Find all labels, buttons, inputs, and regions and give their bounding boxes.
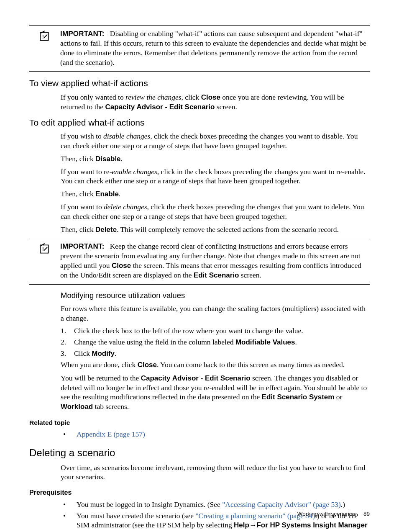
section-deleting-title: Deleting a scenario [29,446,370,459]
disable-phrase: disable changes [103,132,150,140]
footer-text: Working with scenarios [297,511,356,517]
enable-label: Enable [95,190,119,198]
step-text: Click the check box to the left of the r… [74,326,303,336]
text: .) [341,500,345,509]
text: Change the value using the field in the … [74,338,235,346]
edit-p1: If you wish to disable changes, click th… [61,131,370,151]
important-label: IMPORTANT: [60,242,105,250]
svg-text:!: ! [42,247,44,252]
modify-steps: 1.Click the check box to the left of the… [61,326,370,358]
page-number: 89 [363,511,370,517]
delete-label: Delete [95,226,117,234]
edit-scenario-system-label: Edit Scenario System [262,393,335,401]
list-item: •Appendix E (page 157) [61,429,370,439]
capacity-advisor-label: Capacity Advisor - Edit Scenario [141,374,251,382]
step-number: 2. [61,337,74,347]
section-edit-title: To edit applied what-if actions [29,117,370,128]
enable-phrase: enable changes [112,167,157,176]
close-label: Close [201,93,220,101]
step-number: 3. [61,349,74,358]
text: Then, click [61,190,95,198]
close-label: Close [112,262,131,270]
edit-p2: If you want to re-enable changes, click … [61,167,370,186]
important-note-2: ! IMPORTANT: Keep the change record clea… [29,238,370,285]
text: or [334,393,342,401]
list-item: 1.Click the check box to the left of the… [61,326,370,336]
text: You will be returned to the [61,374,141,382]
delete-phrase: delete changes [104,203,147,211]
subsection-modify-title: Modifying resource utilization values [61,290,370,301]
list-item: 3.Click Modify. [61,349,370,358]
disable-label: Disable [95,155,120,163]
text: tab screens. [93,402,129,411]
important-body: Disabling or enabling "what-if" actions … [60,29,366,67]
note-text: IMPORTANT: Keep the change record clear … [60,242,370,280]
modify-intro: For rows where this feature is available… [61,304,370,323]
bullet-icon: • [61,500,77,509]
important-label: IMPORTANT: [60,30,105,38]
text: screen. [215,103,237,111]
page-footer: Working with scenarios 89 [297,510,370,518]
svg-text:!: ! [42,34,44,40]
note-text: IMPORTANT: Disabling or enabling "what-i… [60,29,370,67]
text: If you want to re- [61,167,112,176]
modify-return: You will be returned to the Capacity Adv… [61,373,370,412]
text: . [119,190,120,198]
svg-rect-2 [40,245,48,253]
close-label: Close [138,361,157,369]
text: , click [182,93,201,101]
workload-label: Workload [61,403,93,411]
step-text: Change the value using the field in the … [74,337,297,347]
text: from the top menu bar). [77,531,146,532]
text: When you are done, click [61,360,138,369]
modify-label: Modify [92,350,115,357]
appendix-link[interactable]: Appendix E (page 157) [77,429,145,439]
text: . This will completely remove the select… [117,225,339,234]
edit-then-delete: Then, click Delete. This will completely… [61,225,370,234]
text: Then, click [61,225,95,234]
note-icon-col: ! [29,29,60,45]
view-paragraph: If you only wanted to review the changes… [61,93,370,112]
hp-sim-label: For HP Systems Insight Manager [256,521,367,529]
text: You must have created the scenario (see [77,511,195,520]
edit-p3: If you want to delete changes, click the… [61,202,370,221]
review-phrase: review the changes [125,93,181,101]
note-icon-col: ! [29,242,60,257]
related-list: •Appendix E (page 157) [61,429,370,439]
edit-then-disable: Then, click Disable. [61,154,370,164]
text: screen. [239,271,261,279]
text: You must be logged in to Insight Dynamic… [77,500,222,509]
section-view-title: To view applied what-if actions [29,77,370,89]
important-note-icon: ! [38,36,50,44]
modify-done: When you are done, click Close. You can … [61,360,370,370]
related-topic-heading: Related topic [29,419,370,427]
list-item: • You must be logged in to Insight Dynam… [61,500,370,509]
text: Then, click [61,154,95,163]
prerequisites-heading: Prerequisites [29,488,370,497]
text: If you wish to [61,132,103,140]
svg-rect-0 [40,32,48,40]
accessing-link[interactable]: "Accessing Capacity Advisor" (page 53) [222,500,341,509]
help-label: Help [234,521,249,529]
list-item: 2.Change the value using the field in th… [61,337,370,347]
arrow-icon: → [249,521,257,529]
modifiable-values-label: Modifiable Values [235,338,295,346]
delete-intro: Over time, as scenarios become irrelevan… [61,463,370,482]
text: If you only wanted to [61,93,125,101]
bullet-icon: • [61,511,77,532]
edit-scenario-label: Edit Scenario [194,271,239,279]
text: If you want to [61,203,104,211]
text: Click [74,349,92,357]
step-number: 1. [61,326,74,336]
important-note-icon: ! [38,248,50,257]
screen-name: Capacity Advisor - Edit Scenario [105,103,215,111]
important-note-1: ! IMPORTANT: Disabling or enabling "what… [29,25,370,72]
text: . [121,154,123,163]
text: . You can come back to the this screen a… [157,360,345,369]
bullet-icon: • [61,429,77,439]
step-text: Click Modify. [74,349,116,358]
edit-then-enable: Then, click Enable. [61,189,370,199]
prereq-text: You must be logged in to Insight Dynamic… [77,500,345,509]
